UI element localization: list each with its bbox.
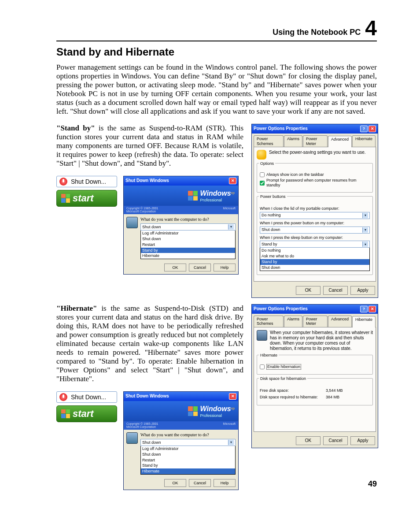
- chk-enable-hibernation[interactable]: Enable hibernation: [260, 364, 370, 370]
- ok-button[interactable]: OK: [296, 436, 321, 445]
- tab-alarms[interactable]: Alarms: [284, 316, 302, 327]
- shutdown-question: What do you want the computer to do?: [140, 432, 236, 437]
- power-icon: [59, 178, 67, 186]
- windows-flag-icon: [188, 191, 198, 201]
- start-label: start: [73, 193, 94, 204]
- shutdown-question: What do you want the computer to do?: [140, 217, 236, 222]
- groupbox-title: Hibernate: [259, 353, 279, 358]
- intro-paragraph: Power management settings can be found i…: [56, 63, 377, 116]
- tab-alarms[interactable]: Alarms: [284, 135, 302, 147]
- tab-description: When your computer hibernates, it stores…: [270, 330, 373, 351]
- apply-button[interactable]: Apply: [350, 436, 375, 445]
- sleep-button-label: When I press the sleep button on my comp…: [260, 235, 370, 240]
- chevron-down-icon: ▾: [362, 241, 368, 247]
- hibernate-paragraph: "Hibernate" is the same as Suspend-to-Di…: [56, 304, 243, 383]
- tab-advanced[interactable]: Advanced: [328, 136, 352, 148]
- tab-power-meter[interactable]: Power Meter: [303, 135, 328, 147]
- lid-action-select[interactable]: Do nothing▾: [260, 212, 370, 219]
- chapter-title: Using the Notebook PC: [273, 28, 361, 36]
- dialog-title: Shut Down Windows: [125, 394, 169, 399]
- dialog-title: Power Options Properties: [254, 306, 308, 312]
- start-menu-shot: Shut Down... start: [56, 176, 117, 207]
- close-icon[interactable]: ✕: [229, 178, 236, 184]
- tab-power-schemes[interactable]: Power Schemes: [254, 316, 284, 327]
- groupbox-title: Power buttons: [259, 194, 287, 199]
- sleep-button-select[interactable]: Stand by▾: [260, 241, 370, 248]
- free-disk-space-value: 3,544 MB: [326, 388, 343, 393]
- chevron-down-icon: ▾: [362, 227, 368, 233]
- tab-bar: Power Schemes Alarms Power Meter Advance…: [252, 314, 378, 327]
- tab-bar: Power Schemes Alarms Power Meter Advance…: [252, 134, 378, 147]
- required-disk-space-value: 384 MB: [326, 395, 339, 400]
- close-icon[interactable]: ✕: [368, 306, 376, 312]
- sleep-button-options[interactable]: Do nothing Ask me what to do Stand by Sh…: [260, 248, 370, 271]
- help-icon[interactable]: ?: [360, 126, 368, 132]
- power-icon: [59, 393, 67, 401]
- shutdown-action-options[interactable]: Log off Administrator Shut down Restart …: [140, 446, 236, 475]
- close-icon[interactable]: ✕: [368, 126, 376, 132]
- chapter-number: 4: [365, 18, 377, 39]
- tab-hibernate[interactable]: Hibernate: [352, 316, 376, 328]
- windows-flag-icon: [61, 194, 70, 203]
- computer-icon: [257, 330, 267, 341]
- cancel-button[interactable]: Cancel: [189, 264, 211, 271]
- dialog-title: Power Options Properties: [254, 126, 308, 131]
- windows-flag-icon: [188, 406, 198, 416]
- groupbox-title: Disk space for hibernation: [259, 376, 307, 381]
- free-disk-space-label: Free disk space:: [260, 388, 326, 393]
- ok-button[interactable]: OK: [164, 264, 186, 271]
- tab-power-meter[interactable]: Power Meter: [303, 316, 328, 327]
- tab-description: Select the power-saving settings you wan…: [269, 150, 366, 155]
- power-options-advanced: Power Options Properties ? ✕ Power Schem…: [251, 124, 378, 298]
- chapter-header: Using the Notebook PC 4: [56, 18, 377, 41]
- ok-button[interactable]: OK: [164, 479, 186, 487]
- power-options-hibernate: Power Options Properties ? ✕ Power Schem…: [251, 304, 378, 449]
- shutdown-label: Shut Down...: [71, 394, 106, 401]
- help-button[interactable]: Help: [214, 479, 236, 487]
- chevron-down-icon: ▾: [228, 224, 234, 230]
- page-number: 49: [368, 479, 377, 489]
- start-menu-shot: Shut Down... start: [56, 391, 117, 422]
- start-button[interactable]: start: [56, 190, 117, 207]
- chk-prompt-password[interactable]: Prompt for password when computer resume…: [260, 178, 370, 188]
- cancel-button[interactable]: Cancel: [189, 479, 211, 487]
- windows-flag-icon: [61, 409, 70, 418]
- shutdown-menu-item[interactable]: Shut Down...: [56, 391, 117, 403]
- close-icon[interactable]: ✕: [229, 393, 236, 400]
- cancel-button[interactable]: Cancel: [323, 436, 348, 445]
- computer-icon: [126, 432, 138, 444]
- tab-hibernate[interactable]: Hibernate: [352, 135, 376, 147]
- bulb-icon: [257, 150, 266, 160]
- tab-power-schemes[interactable]: Power Schemes: [254, 135, 284, 147]
- groupbox-title: Options: [259, 161, 275, 166]
- shutdown-dialog: Shut Down Windows ✕ Windowsxp Profession…: [123, 176, 239, 275]
- shutdown-label: Shut Down...: [71, 178, 106, 185]
- start-label: start: [73, 408, 94, 420]
- dialog-title: Shut Down Windows: [125, 178, 169, 183]
- shutdown-dialog: Shut Down Windows ✕ Windowsxp Profession…: [123, 391, 239, 490]
- help-button[interactable]: Help: [214, 264, 236, 271]
- page-title: Stand by and Hibernate: [56, 46, 377, 59]
- shutdown-action-select[interactable]: Shut down▾: [140, 223, 236, 230]
- apply-button[interactable]: Apply: [350, 286, 375, 295]
- required-disk-space-label: Disk space required to hibernate:: [260, 395, 326, 400]
- tab-advanced[interactable]: Advanced: [328, 316, 352, 327]
- shutdown-action-options[interactable]: Log off Administrator Shut down Restart …: [140, 230, 236, 259]
- chevron-down-icon: ▾: [362, 213, 368, 218]
- chk-taskbar-icon[interactable]: Always show icon on the taskbar: [260, 172, 370, 177]
- ok-button[interactable]: OK: [296, 286, 321, 295]
- standby-paragraph: "Stand by" is the same as Suspend-to-RAM…: [56, 124, 243, 168]
- chevron-down-icon: ▾: [228, 440, 234, 445]
- power-button-select[interactable]: Shut down▾: [260, 227, 370, 234]
- cancel-button[interactable]: Cancel: [323, 286, 348, 295]
- computer-icon: [126, 217, 138, 228]
- start-button[interactable]: start: [56, 405, 117, 422]
- power-button-label: When I press the power button on my comp…: [260, 221, 370, 226]
- help-icon[interactable]: ?: [360, 306, 368, 312]
- shutdown-action-select[interactable]: Shut down▾: [140, 439, 236, 446]
- lid-label: When I close the lid of my portable comp…: [260, 206, 370, 211]
- shutdown-menu-item[interactable]: Shut Down...: [56, 176, 117, 187]
